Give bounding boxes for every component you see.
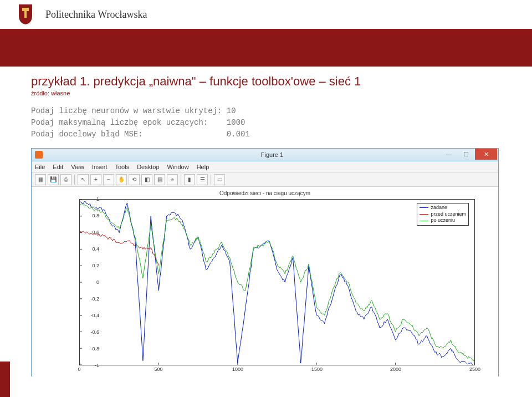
menu-window[interactable]: Window: [167, 164, 189, 170]
menu-desktop[interactable]: Desktop: [137, 164, 159, 170]
figure-window-title: Figure 1: [46, 151, 498, 158]
figure-toolbar: ▦ 💾 ⎙ ↖ + − ✋ ⟲ ◧ ▤ ⎆ ▮ ☰ ▭: [32, 172, 498, 187]
new-figure-icon[interactable]: ▦: [35, 174, 46, 185]
console-line: Podaj docelowy błąd MSE: 0.001: [31, 129, 501, 140]
brush-icon[interactable]: ▤: [154, 174, 165, 185]
chart-axes: zadane przed uczeniem po uczeniu: [79, 199, 475, 365]
menu-file[interactable]: Eile: [35, 164, 45, 170]
chart-title: Odpowiedzi sieci - na ciagu uczącym: [32, 190, 498, 196]
zoom-in-icon[interactable]: +: [90, 174, 101, 185]
chart-canvas: [80, 200, 474, 365]
xtick: 1000: [232, 367, 243, 372]
matlab-icon: [35, 151, 43, 159]
zoom-out-icon[interactable]: −: [103, 174, 114, 185]
console-line: Podaj liczbę neuronów w warstwie ukrytej…: [31, 105, 501, 117]
pointer-icon[interactable]: ↖: [78, 174, 89, 185]
pan-icon[interactable]: ✋: [116, 174, 127, 185]
university-name: Politechnika Wrocławska: [45, 9, 147, 21]
chart-legend[interactable]: zadane przed uczeniem po uczeniu: [417, 203, 469, 226]
footer-accent: [0, 362, 10, 397]
university-logo: [11, 0, 40, 29]
menu-insert[interactable]: Insert: [92, 164, 108, 170]
slide-title: przykład 1. predykcja „naiwna" – funkcje…: [31, 74, 510, 89]
xtick: 1500: [311, 367, 323, 372]
rotate-icon[interactable]: ⟲: [129, 174, 140, 185]
console-output: Podaj liczbę neuronów w warstwie ukrytej…: [0, 99, 532, 145]
slide-title-block: przykład 1. predykcja „naiwna" – funkcje…: [0, 67, 532, 99]
legend-swatch-blue: [420, 207, 428, 208]
hide-tools-icon[interactable]: ▭: [214, 174, 225, 185]
colorbar-icon[interactable]: ▮: [184, 174, 195, 185]
page-header: Politechnika Wrocławska: [0, 0, 532, 29]
legend-swatch-green: [420, 221, 428, 221]
header-band: [0, 29, 532, 67]
legend-swatch-red: [420, 214, 428, 215]
close-button[interactable]: ✕: [475, 149, 497, 160]
xtick: 0: [78, 367, 80, 372]
link-icon[interactable]: ⎆: [167, 174, 178, 185]
xtick: 2500: [469, 367, 480, 372]
data-cursor-icon[interactable]: ◧: [141, 174, 152, 185]
maximize-button[interactable]: ☐: [458, 149, 474, 160]
menu-help[interactable]: Help: [197, 164, 209, 170]
xtick: 500: [154, 367, 162, 372]
xtick: 2000: [390, 367, 401, 372]
menu-view[interactable]: View: [71, 164, 84, 170]
print-icon[interactable]: ⎙: [60, 174, 71, 185]
menu-edit[interactable]: Edit: [53, 164, 63, 170]
legend-icon[interactable]: ☰: [197, 174, 208, 185]
save-icon[interactable]: 💾: [48, 174, 59, 185]
figure-menubar: Eile Edit View Insert Tools Desktop Wind…: [32, 161, 498, 172]
plot-area: Odpowiedzi sieci - na ciagu uczącym 1 0.…: [32, 187, 498, 376]
figure-titlebar: Figure 1 — ☐ ✕: [32, 149, 498, 161]
minimize-button[interactable]: —: [441, 149, 457, 160]
slide-subtitle: źródło: własne: [31, 90, 510, 96]
menu-tools[interactable]: Tools: [115, 164, 129, 170]
matlab-figure-window: Figure 1 — ☐ ✕ Eile Edit View Insert Too…: [31, 148, 499, 376]
console-line: Podaj maksymalną liczbę epok uczących: 1…: [31, 117, 501, 129]
